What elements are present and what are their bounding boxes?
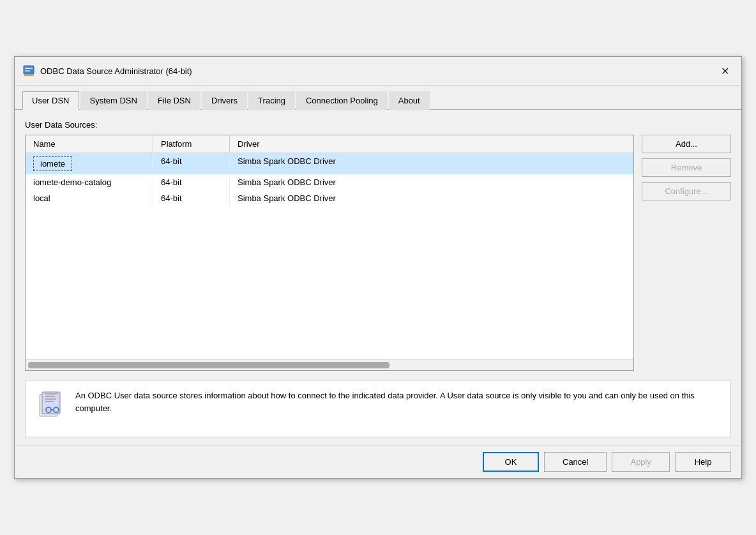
add-button[interactable]: Add... [642,135,731,153]
svg-rect-9 [45,401,54,402]
cell-name: local [26,190,153,206]
window-title: ODBC Data Source Administrator (64-bit) [40,66,192,76]
table-row[interactable]: iomete 64-bit Simba Spark ODBC Driver [26,153,633,174]
info-box: An ODBC User data source stores informat… [25,380,731,437]
section-label: User Data Sources: [25,120,731,130]
tab-bar: User DSN System DSN File DSN Drivers Tra… [15,86,741,110]
cell-driver: Simba Spark ODBC Driver [230,153,633,174]
cell-platform: 64-bit [153,190,230,206]
configure-button[interactable]: Configure... [642,182,731,200]
info-description: An ODBC User data source stores informat… [75,389,720,414]
svg-rect-8 [45,398,56,400]
col-header-driver: Driver [230,135,633,153]
svg-rect-6 [45,393,57,395]
title-bar: ODBC Data Source Administrator (64-bit) … [15,57,741,86]
table-header: Name Platform Driver [26,135,633,153]
tab-file-dsn[interactable]: File DSN [148,91,200,110]
apply-button[interactable]: Apply [612,452,670,472]
cell-platform: 64-bit [153,153,230,174]
svg-rect-3 [24,75,34,76]
info-icon [36,389,66,420]
cancel-button[interactable]: Cancel [544,452,607,472]
side-buttons: Add... Remove Configure... [642,135,731,371]
datasources-table[interactable]: Name Platform Driver iomete 64-bit Simba… [25,135,634,371]
app-icon [22,64,35,77]
tab-user-dsn[interactable]: User DSN [22,91,79,110]
horizontal-scrollbar[interactable] [26,359,633,370]
tab-tracing[interactable]: Tracing [248,91,295,110]
svg-rect-0 [24,66,34,74]
selected-name-label: iomete [33,156,72,171]
datasources-area: Name Platform Driver iomete 64-bit Simba… [25,135,731,371]
help-button[interactable]: Help [675,452,731,472]
cell-driver: Simba Spark ODBC Driver [230,174,633,190]
table-row[interactable]: local 64-bit Simba Spark ODBC Driver [26,190,633,206]
col-header-name: Name [26,135,153,153]
cell-platform: 64-bit [153,174,230,190]
tab-system-dsn[interactable]: System DSN [80,91,147,110]
tab-drivers[interactable]: Drivers [202,91,247,110]
ok-button[interactable]: OK [483,452,539,472]
cell-name: iomete-demo-catalog [26,174,153,190]
svg-rect-2 [25,70,30,72]
tab-connection-pooling[interactable]: Connection Pooling [296,91,388,110]
remove-button[interactable]: Remove [642,158,731,177]
cell-driver: Simba Spark ODBC Driver [230,190,633,206]
tab-about[interactable]: About [389,91,430,110]
tab-content: User Data Sources: Name Platform Driver … [15,110,741,445]
bottom-bar: OK Cancel Apply Help [15,445,741,478]
main-window: ODBC Data Source Administrator (64-bit) … [14,56,742,479]
cell-name: iomete [26,153,153,174]
close-button[interactable]: ✕ [716,62,734,80]
title-bar-left: ODBC Data Source Administrator (64-bit) [22,64,192,77]
table-row[interactable]: iomete-demo-catalog 64-bit Simba Spark O… [26,174,633,190]
svg-rect-7 [45,396,55,397]
svg-rect-1 [25,68,33,69]
col-header-platform: Platform [153,135,230,153]
scroll-thumb[interactable] [28,362,389,368]
